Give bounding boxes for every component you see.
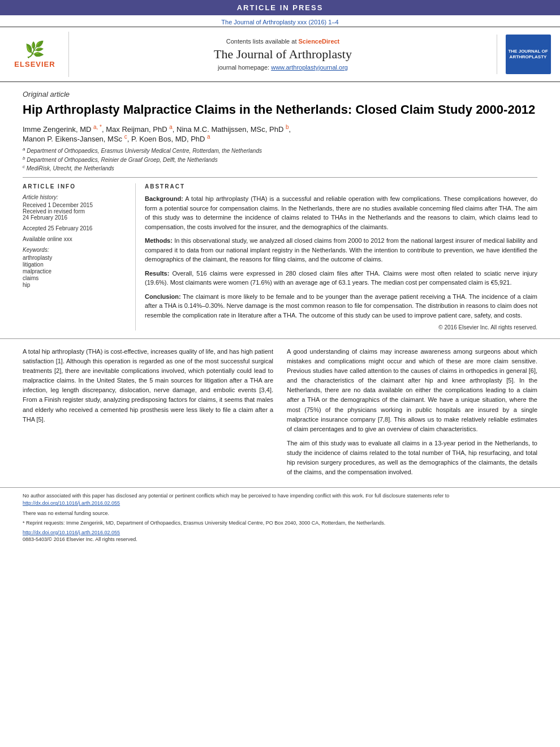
body-section: A total hip arthroplasty (THA) is cost-e… — [0, 338, 560, 487]
abstract-background: Background: A total hip arthroplasty (TH… — [145, 194, 537, 231]
received-date: Received 1 December 2015 Received in rev… — [23, 202, 126, 221]
keyword-3: malpractice — [23, 268, 126, 274]
journal-ref-text: The Journal of Arthroplasty xxx (2016) 1… — [221, 19, 338, 25]
methods-label: Methods: — [145, 237, 173, 244]
elsevier-label: ELSEVIER — [14, 60, 55, 68]
article-info-col: ARTICLE INFO Article history: Received 1… — [23, 183, 136, 330]
results-text: Overall, 516 claims were expressed in 28… — [145, 270, 537, 286]
journal-title-main: The Journal of Arthroplasty — [74, 47, 492, 62]
article-info-header: ARTICLE INFO — [23, 183, 126, 190]
article-type: Original article — [23, 90, 537, 98]
keyword-5: hip — [23, 282, 126, 288]
contents-line: Contents lists available at ScienceDirec… — [74, 38, 492, 45]
keyword-2: litigation — [23, 261, 126, 268]
elsevier-tree-icon: 🌿 — [25, 40, 45, 59]
conflict-url[interactable]: http://dx.doi.org/10.1016/j.arth.2016.02… — [23, 500, 120, 506]
body-right-col: A good understanding of claims may incre… — [287, 347, 537, 482]
results-label: Results: — [145, 270, 169, 277]
affiliations: a Department of Orthopaedics, Erasmus Un… — [23, 147, 537, 171]
elsevier-logo-box: 🌿 ELSEVIER — [7, 32, 69, 77]
history-label: Article history: — [23, 194, 126, 200]
body-para-2: A good understanding of claims may incre… — [287, 347, 537, 433]
body-left-col: A total hip arthroplasty (THA) is cost-e… — [23, 347, 273, 482]
contents-label: Contents lists available at — [226, 38, 297, 45]
article-body: Original article Hip Arthroplasty Malpra… — [0, 82, 560, 338]
logo-title: THE JOURNAL OF ARTHROPLASTY — [508, 49, 549, 59]
homepage-label: journal homepage: — [218, 64, 269, 71]
affiliation-a: a Department of Orthopaedics, Erasmus Un… — [23, 147, 537, 154]
sciencedirect-link[interactable]: ScienceDirect — [299, 38, 340, 45]
doi-link[interactable]: http://dx.doi.org/10.1016/j.arth.2016.02… — [23, 530, 537, 535]
accepted-date: Accepted 25 February 2016 — [23, 225, 126, 231]
affiliation-b: b Department of Orthopaedics, Reinier de… — [23, 156, 537, 163]
conclusion-text: The claimant is more likely to be female… — [145, 293, 537, 319]
divider-1 — [23, 177, 537, 178]
issn-line: 0883-5403/© 2016 Elsevier Inc. All right… — [23, 536, 537, 542]
abstract-results: Results: Overall, 516 claims were expres… — [145, 269, 537, 287]
authors-text-2: Manon P. Eikens-Jansen, MSc c, P. Koen B… — [23, 135, 210, 143]
article-title: Hip Arthroplasty Malpractice Claims in t… — [23, 102, 537, 118]
banner-text: ARTICLE IN PRESS — [237, 3, 324, 12]
methods-text: In this observational study, we analyzed… — [145, 237, 537, 263]
journal-homepage-line: journal homepage: www.arthroplastyjourna… — [74, 64, 492, 71]
authors-line: Imme Zengerink, MD a, *, Max Reijman, Ph… — [23, 124, 537, 144]
abstract-col: ABSTRACT Background: A total hip arthrop… — [136, 183, 537, 330]
body-para-1: A total hip arthroplasty (THA) is cost-e… — [23, 347, 273, 424]
body-para-3: The aim of this study was to evaluate al… — [287, 439, 537, 477]
conflict-footnote: No author associated with this paper has… — [23, 492, 537, 508]
background-text: A total hip arthroplasty (THA) is a succ… — [145, 195, 537, 230]
article-info-abstract: ARTICLE INFO Article history: Received 1… — [23, 183, 537, 330]
article-in-press-banner: ARTICLE IN PRESS — [0, 0, 560, 15]
journal-logo-image: THE JOURNAL OF ARTHROPLASTY — [506, 35, 551, 74]
journal-center: Contents lists available at ScienceDirec… — [74, 38, 492, 71]
journal-logo-box: THE JOURNAL OF ARTHROPLASTY — [497, 35, 553, 74]
abstract-conclusion: Conclusion: The claimant is more likely … — [145, 292, 537, 320]
journal-ref-line: The Journal of Arthroplasty xxx (2016) 1… — [0, 15, 560, 27]
keywords-section: Keywords: arthroplasty litigation malpra… — [23, 247, 126, 288]
authors-text: Imme Zengerink, MD a, *, Max Reijman, Ph… — [23, 125, 291, 134]
page: ARTICLE IN PRESS The Journal of Arthropl… — [0, 0, 560, 747]
footnote-area: No author associated with this paper has… — [0, 487, 560, 544]
journal-header: 🌿 ELSEVIER Contents lists available at S… — [0, 27, 560, 82]
copyright-line: © 2016 Elsevier Inc. All rights reserved… — [145, 324, 537, 330]
homepage-url[interactable]: www.arthroplastyjournal.org — [271, 64, 348, 71]
affiliation-c: c MediRisk, Utrecht, the Netherlands — [23, 164, 537, 171]
keyword-1: arthroplasty — [23, 255, 126, 261]
body-two-col: A total hip arthroplasty (THA) is cost-e… — [23, 347, 537, 482]
abstract-header: ABSTRACT — [145, 183, 537, 190]
keywords-label: Keywords: — [23, 247, 126, 253]
background-label: Background: — [145, 195, 183, 202]
reprint-footnote: * Reprint requests: Imme Zengerink, MD, … — [23, 520, 537, 527]
abstract-methods: Methods: In this observational study, we… — [145, 236, 537, 264]
available-online: Available online xxx — [23, 236, 126, 242]
keyword-4: claims — [23, 275, 126, 281]
funding-footnote: There was no external funding source. — [23, 510, 537, 518]
conclusion-label: Conclusion: — [145, 293, 181, 300]
